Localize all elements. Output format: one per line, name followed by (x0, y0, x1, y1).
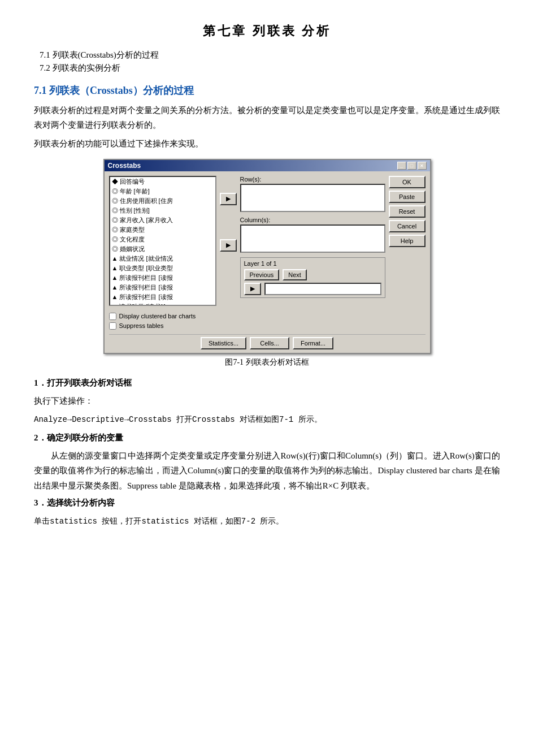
help-button[interactable]: Help (389, 235, 426, 247)
step-3: 3．选择统计分析内容 单击statistics 按钮，打开statistics … (34, 495, 500, 529)
body-para-1: 列联表分析的过程是对两个变量之间关系的分析方法。被分析的变量可以是定类变量也可以… (34, 103, 500, 133)
dialog-wrapper: Crosstabs _ □ × ◆ 回答编号 ◎ 年龄 [年龄] ◎ 住房使用面… (34, 159, 500, 354)
close-button[interactable]: × (418, 162, 427, 170)
bar-charts-label: Display clustered bar charts (119, 313, 196, 319)
source-variable-listbox[interactable]: ◆ 回答编号 ◎ 年龄 [年龄] ◎ 住房使用面积 [住房 ◎ 性别 [性别] … (109, 176, 216, 306)
col-arrow-button[interactable]: ▶ (220, 239, 237, 252)
bottom-buttons: Statistics... Cells... Format... (109, 334, 426, 349)
checkbox-suppress-tables: Suppress tables (109, 322, 426, 330)
list-item[interactable]: ◎ 文化程度 (110, 235, 215, 244)
list-item[interactable]: ◆ 回答编号 (110, 177, 215, 187)
list-item[interactable]: ◎ 性别 [性别] (110, 206, 215, 215)
list-item[interactable]: ▲ 就业情况 [就业情况 (110, 254, 215, 263)
list-item[interactable]: ▲ 所读报刊栏目 [读报 (110, 292, 215, 302)
step-3-body: 单击statistics 按钮，打开statistics 对话框，如图7-2 所… (34, 513, 500, 529)
rows-input[interactable] (240, 184, 385, 212)
bar-charts-checkbox[interactable] (109, 313, 116, 320)
layer-section: Layer 1 of 1 Previous Next ▶ (240, 257, 385, 298)
step-2-heading: 2．确定列联分析的变量 (34, 430, 500, 445)
suppress-tables-label: Suppress tables (119, 322, 164, 329)
toc-item-2: 7.2 列联表的实例分析 (40, 63, 500, 74)
step-1-detail: Analyze→Descriptive→Crosstabs 打开Crosstab… (34, 412, 500, 427)
step-3-heading: 3．选择统计分析内容 (34, 495, 500, 510)
next-button[interactable]: Next (283, 269, 307, 280)
step-2-body: 从左侧的源变量窗口中选择两个定类变量或定序变量分别进入Row(s)(行)窗口和C… (34, 448, 500, 493)
figure-caption: 图7-1 列联表分析对话框 (34, 357, 500, 368)
dialog-title: Crosstabs (108, 162, 141, 170)
layer-input[interactable] (264, 283, 381, 295)
maximize-button[interactable]: □ (407, 162, 416, 170)
titlebar-buttons: _ □ × (397, 162, 427, 170)
step-1: 1．打开列联表分析对话框 执行下述操作： Analyze→Descriptive… (34, 375, 500, 427)
layer-arrow-row: ▶ (244, 283, 381, 295)
layer-nav: Previous Next (244, 269, 381, 280)
list-item[interactable]: ▲ 职业类型 [职业类型 (110, 263, 215, 273)
format-button[interactable]: Format... (293, 337, 333, 349)
step-2: 2．确定列联分析的变量 从左侧的源变量窗口中选择两个定类变量或定序变量分别进入R… (34, 430, 500, 493)
right-panel: Row(s): Column(s): Layer 1 of 1 Previous… (240, 176, 385, 306)
list-item[interactable]: ▲ 所读报刊栏目 [读报 (110, 283, 215, 292)
list-item[interactable]: ◎ 年龄 [年龄] (110, 187, 215, 196)
layer-title: Layer 1 of 1 (244, 260, 381, 267)
minimize-button[interactable]: _ (397, 162, 406, 170)
previous-button[interactable]: Previous (244, 269, 280, 280)
statistics-button[interactable]: Statistics... (201, 337, 246, 349)
layer-arrow-button[interactable]: ▶ (244, 283, 261, 295)
columns-section: Column(s): (240, 217, 385, 253)
cancel-button[interactable]: Cancel (389, 220, 426, 232)
row-arrow-button[interactable]: ▶ (220, 193, 237, 205)
chapter-title: 第七章 列联表 分析 (34, 23, 500, 40)
columns-input[interactable] (240, 224, 385, 253)
list-item[interactable]: ◎ 家月收入 [家月收入 (110, 215, 215, 225)
dialog-titlebar: Crosstabs _ □ × (105, 160, 430, 171)
cells-button[interactable]: Cells... (250, 337, 289, 349)
checkbox-bar-charts: Display clustered bar charts (109, 313, 426, 320)
list-item[interactable]: ◎ 住房使用面积 [住房 (110, 196, 215, 206)
action-buttons: OK Paste Reset Cancel Help (389, 176, 426, 306)
dialog-bottom: Display clustered bar charts Suppress ta… (105, 310, 430, 353)
rows-section: Row(s): (240, 176, 385, 212)
suppress-tables-checkbox[interactable] (109, 322, 116, 330)
dialog-content: ◆ 回答编号 ◎ 年龄 [年龄] ◎ 住房使用面积 [住房 ◎ 性别 [性别] … (105, 171, 430, 310)
arrow-column: ▶ ▶ (220, 176, 237, 306)
list-item[interactable]: ◎ 婚姻状况 (110, 244, 215, 254)
ok-button[interactable]: OK (389, 176, 426, 188)
rows-label: Row(s): (240, 176, 385, 183)
section-1-heading: 7.1 列联表（Crosstabs）分析的过程 (34, 84, 500, 97)
list-item[interactable]: ◎ 家庭类型 (110, 225, 215, 235)
paste-button[interactable]: Paste (389, 191, 426, 203)
crosstabs-dialog: Crosstabs _ □ × ◆ 回答编号 ◎ 年龄 [年龄] ◎ 住房使用面… (103, 159, 431, 354)
columns-label: Column(s): (240, 217, 385, 223)
step-1-heading: 1．打开列联表分析对话框 (34, 375, 500, 390)
toc: 7.1 列联表(Crosstabs)分析的过程 7.2 列联表的实例分析 (34, 50, 500, 74)
toc-item-1: 7.1 列联表(Crosstabs)分析的过程 (40, 50, 500, 61)
body-para-2: 列联表分析的功能可以通过下述操作来实现。 (34, 136, 500, 151)
list-item[interactable]: ▲ 所读报刊栏目 [读报 (110, 273, 215, 283)
reset-button[interactable]: Reset (389, 205, 426, 218)
list-item[interactable]: ▲ 读书种类 [读书1] (110, 302, 215, 306)
step-1-body: 执行下述操作： (34, 394, 500, 408)
